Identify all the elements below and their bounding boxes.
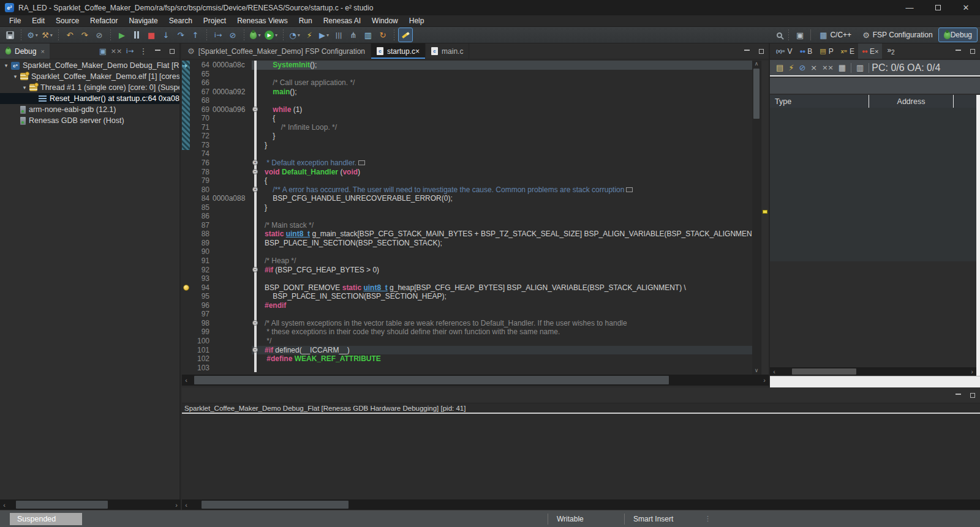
- lightning-button[interactable]: ⚡: [788, 64, 794, 72]
- code-line[interactable]: 101−#if defined(__ICCARM__): [182, 346, 752, 355]
- column-header-type[interactable]: Type: [770, 95, 869, 108]
- debug-launch-button[interactable]: ▾: [249, 28, 262, 42]
- tab-main-c[interactable]: cmain.c: [426, 43, 469, 59]
- fold-collapse-icon[interactable]: −: [252, 267, 258, 272]
- tab-expressions[interactable]: x=E: [837, 43, 858, 59]
- delete-all-eventpoints-button[interactable]: ××: [822, 64, 833, 71]
- editor-vscrollbar[interactable]: ∧ ∨: [752, 61, 761, 375]
- tree-item[interactable]: ▾c*Sparklet_Coffee_Maker_Demo Debug_Flat…: [0, 60, 179, 71]
- step-return-button[interactable]: ↑: [189, 28, 202, 42]
- terminate-button[interactable]: ■: [145, 28, 158, 42]
- scrollbar-thumb[interactable]: [792, 368, 856, 375]
- disconnect-button[interactable]: ⊘: [92, 28, 106, 42]
- remove-all-terminated-button[interactable]: ××: [110, 45, 123, 58]
- tree-item[interactable]: arm-none-eabi-gdb (12.1): [0, 104, 179, 115]
- fold-collapse-icon[interactable]: −: [252, 107, 258, 112]
- scroll-left-icon[interactable]: ‹: [0, 501, 9, 509]
- console-output[interactable]: [182, 415, 980, 499]
- maximize-console-icon[interactable]: [968, 391, 978, 400]
- scroll-right-icon[interactable]: ›: [172, 501, 181, 509]
- code-line[interactable]: ➔640000a08c SystemInit();: [182, 61, 752, 70]
- report-button[interactable]: ▦: [839, 64, 846, 72]
- code-line[interactable]: 89BSP_PLACE_IN_SECTION(BSP_SECTION_STACK…: [182, 239, 752, 248]
- code-line[interactable]: 97: [182, 310, 752, 319]
- maximize-window-icon[interactable]: [924, 0, 952, 15]
- editor-hscrollbar[interactable]: ‹ ›: [182, 375, 769, 386]
- skip-breakpoints-button[interactable]: ⊘: [226, 28, 239, 42]
- step-into-button[interactable]: ↓: [159, 28, 173, 42]
- menu-window[interactable]: Window: [366, 16, 404, 26]
- tree-item[interactable]: ▾Sparklet_Coffee_Maker_Demo.elf [1] [cor…: [0, 71, 179, 82]
- code-line[interactable]: 690000a096− while (1): [182, 105, 752, 114]
- close-icon[interactable]: ×: [40, 48, 44, 55]
- tab-startup-c[interactable]: cstartup.c×: [371, 43, 426, 59]
- tab-variables[interactable]: (x)=V: [772, 43, 796, 59]
- minimize-console-icon[interactable]: [953, 391, 963, 400]
- code-line[interactable]: 98−/* All system exceptions in the vecto…: [182, 319, 752, 328]
- save-button[interactable]: [3, 28, 17, 42]
- menu-navigate[interactable]: Navigate: [123, 16, 163, 26]
- menu-file[interactable]: File: [4, 16, 26, 26]
- tree-item[interactable]: Reset_Handler() at startup.c:64 0xa08c: [0, 93, 179, 104]
- delete-eventpoint-button[interactable]: ×: [810, 64, 817, 72]
- scrollbar-thumb[interactable]: [202, 501, 349, 509]
- tab-debug-view[interactable]: Debug ×: [0, 43, 50, 59]
- disable-eventpoint-button[interactable]: ⊘: [799, 64, 805, 72]
- fold-expand-icon[interactable]: +: [252, 187, 258, 192]
- code-line[interactable]: 80+ /** A error has occurred. The user w…: [182, 185, 752, 195]
- scrollbar-thumb[interactable]: [16, 501, 108, 509]
- scrollbar-track[interactable]: [190, 375, 760, 386]
- code-line[interactable]: 102 #define WEAK_REF_ATTRIBUTE: [182, 354, 752, 364]
- scroll-left-icon[interactable]: ‹: [182, 376, 190, 384]
- instruction-stepping-button[interactable]: i→: [211, 28, 225, 42]
- chevron-down-icon[interactable]: ▾: [2, 62, 10, 69]
- restart-arrow-button[interactable]: ↷: [78, 28, 91, 42]
- scrollbar-track[interactable]: [9, 499, 172, 510]
- fold-collapse-icon[interactable]: −: [252, 320, 258, 326]
- tab-eventpoints[interactable]: ●●E×: [858, 43, 882, 59]
- perspective-cpp[interactable]: ▦C/C++: [815, 28, 856, 42]
- collapse-all-button[interactable]: ▣: [97, 45, 109, 58]
- editor-body[interactable]: ➔640000a08c SystemInit();6566 /* Call us…: [182, 60, 769, 375]
- table-header[interactable]: Type Address: [770, 95, 976, 108]
- code-line[interactable]: 76+ * Default exception handler.: [182, 159, 752, 168]
- refresh-button[interactable]: ↻: [376, 28, 390, 42]
- column-header-address[interactable]: Address: [869, 95, 954, 108]
- code-line[interactable]: 91/* Heap */: [182, 256, 752, 266]
- build-project-hammer-button[interactable]: ⚒▾: [40, 28, 54, 42]
- code-line[interactable]: 73}: [182, 141, 752, 150]
- code-line[interactable]: 95 BSP_PLACE_IN_SECTION(BSP_SECTION_HEAP…: [182, 292, 752, 301]
- menu-renesas-ai[interactable]: Renesas AI: [318, 16, 366, 26]
- menu-source[interactable]: Source: [50, 16, 85, 26]
- code-line[interactable]: 92−#if (BSP_CFG_HEAP_BYTES > 0): [182, 266, 752, 275]
- menu-renesas-views[interactable]: Renesas Views: [232, 16, 293, 26]
- chevron-down-icon[interactable]: ▾: [12, 73, 19, 80]
- tab-breakpoints[interactable]: ●●B: [796, 43, 816, 59]
- menu-project[interactable]: Project: [198, 16, 232, 26]
- run-launch-button[interactable]: ▶▾: [263, 28, 279, 42]
- reset-arrow-button[interactable]: ↶: [63, 28, 77, 42]
- debug-view-hscrollbar[interactable]: ‹ ›: [0, 499, 181, 510]
- tree-item[interactable]: ▾Thread #1 1 (single core) [core: 0] (Su…: [0, 82, 179, 93]
- minimize-view-icon[interactable]: [953, 47, 963, 56]
- code-line[interactable]: 90: [182, 247, 752, 256]
- menu-edit[interactable]: Edit: [26, 16, 50, 26]
- profile-button[interactable]: ◔▾: [288, 28, 301, 42]
- code-line[interactable]: 88static uint8_t g_main_stack[BSP_CFG_ST…: [182, 230, 752, 239]
- perspective-fsp-configuration[interactable]: ⚙FSP Configuration: [858, 28, 938, 42]
- open-perspective-icon[interactable]: ▣: [793, 28, 807, 42]
- code-line[interactable]: 99 * these exceptions in their code they…: [182, 327, 752, 337]
- menu-search[interactable]: Search: [164, 16, 198, 26]
- code-line[interactable]: 93: [182, 274, 752, 283]
- eventpoints-vscrollbar[interactable]: [976, 95, 980, 376]
- code-line[interactable]: 103: [182, 364, 752, 373]
- step-over-button[interactable]: ↷: [174, 28, 187, 42]
- scroll-right-icon[interactable]: ›: [968, 368, 976, 375]
- close-window-icon[interactable]: ✕: [952, 0, 980, 15]
- menu-refactor[interactable]: Refactor: [85, 16, 123, 26]
- search-icon[interactable]: [777, 32, 782, 38]
- build-all-button[interactable]: ⚙▾: [26, 28, 39, 42]
- scroll-left-icon[interactable]: ‹: [182, 501, 190, 509]
- code-line[interactable]: 71 /* Infinite Loop. */: [182, 123, 752, 132]
- menu-run[interactable]: Run: [293, 16, 318, 26]
